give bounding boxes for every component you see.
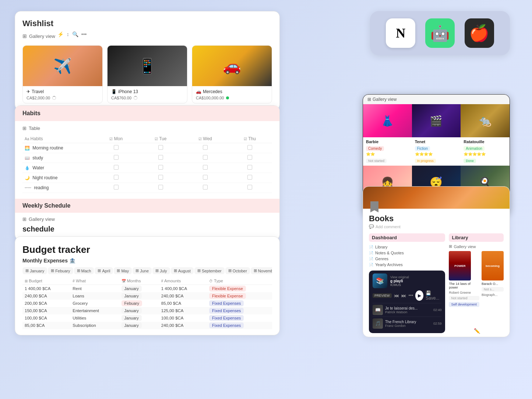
movie-card-ratatouille[interactable]: 🐀 Ratatouille Animation ⭐⭐⭐⭐⭐ Done	[461, 104, 510, 166]
checkbox[interactable]	[114, 155, 119, 160]
doc-icon: 📄	[369, 245, 373, 249]
movie-thumb-ratatouille: 🐀	[461, 104, 510, 137]
sidebar-link-genres[interactable]: 📄 Genres	[369, 256, 445, 262]
month-badge: January	[121, 315, 142, 321]
apple-logo[interactable]: 🍎	[465, 18, 494, 48]
movie-card-tenet[interactable]: 🎬 Tenet Fiction ⭐⭐⭐⭐ In progress	[412, 104, 461, 166]
status-tag-tenet: In progress	[415, 159, 436, 163]
save-btn[interactable]: 💾 Save...	[426, 290, 441, 301]
edit-icon[interactable]: ✏️	[474, 328, 480, 334]
song-item-2[interactable]: 🎵 The French Library Franz Gordon 02:59	[373, 317, 441, 330]
checkbox[interactable]	[203, 155, 208, 160]
doc-icon: 📄	[369, 257, 373, 261]
tab-mach[interactable]: ⊞Mach	[74, 267, 94, 274]
song-item-1[interactable]: 📖 Je te laisserai des... Patrick Watson …	[373, 303, 441, 317]
more-icon[interactable]: •••	[81, 31, 87, 37]
wish-card-mercedes[interactable]: 🚗 🚗Mercedes CA$100,000.00	[192, 45, 272, 103]
weekly-schedule-section: Weekly Schedule ⊞ Gallery view schedule	[22, 199, 272, 233]
checkbox[interactable]	[247, 175, 252, 180]
checkbox[interactable]	[158, 155, 163, 160]
tab-july[interactable]: ⊞July	[152, 267, 170, 274]
budget-col-amounts: # Amounts	[159, 277, 207, 285]
wish-card-name-mercedes: 🚗Mercedes	[196, 89, 268, 94]
player-playlist: g playli	[390, 279, 441, 283]
checkbox[interactable]	[247, 185, 252, 190]
month-badge: January	[121, 293, 142, 299]
checkbox[interactable]	[114, 145, 119, 150]
checkbox[interactable]	[158, 185, 163, 190]
books-comment[interactable]: 💬 Add comment	[369, 224, 504, 229]
notion-logo[interactable]: N	[386, 18, 415, 48]
schedule-label: schedule	[22, 225, 272, 233]
movies-top-bar: ⊞ Gallery view	[363, 95, 510, 104]
tab-january[interactable]: ⊞January	[22, 267, 47, 274]
wishlist-panel: Wishlist ⊞ Gallery view ⚡ ↕ 🔍 ••• ✈️ ✈Tr…	[15, 11, 280, 110]
tab-october[interactable]: ⊞October	[225, 267, 250, 274]
type-badge: Flexible Expense	[209, 293, 246, 299]
table-row: 85,00 $CA Subscription January 240,00 $C…	[22, 322, 272, 329]
budget-col-type: ⏱ Type	[207, 277, 272, 285]
wish-card-name-iphone: 📱iPhone 13	[111, 89, 183, 94]
status-tag: Not started	[449, 296, 479, 300]
player-subtitle: ICMUS	[390, 283, 441, 287]
more-btn[interactable]: •••	[409, 293, 413, 298]
month-badge: January	[121, 286, 142, 292]
filter-icon[interactable]: ⚡	[57, 31, 64, 37]
sidebar-link-archives[interactable]: 📄 Yearly Archives	[369, 262, 445, 268]
wish-card-travel[interactable]: ✈️ ✈Travel CA$2,000.00	[22, 45, 103, 103]
checkbox[interactable]	[114, 165, 119, 170]
stars-ratatouille: ⭐⭐⭐⭐⭐	[464, 152, 507, 156]
doc-icon: 📄	[369, 251, 373, 255]
habits-col-header-wed: ☑ Wed	[183, 135, 228, 143]
preview-btn[interactable]: PREVIEW	[373, 293, 392, 298]
wish-card-iphone[interactable]: 📱 📱iPhone 13 CA$760.00	[107, 45, 187, 103]
skip-back-btn[interactable]: ⏭	[401, 293, 406, 299]
checkbox[interactable]	[247, 155, 252, 160]
search-icon[interactable]: 🔍	[72, 31, 78, 37]
checkbox[interactable]	[203, 165, 208, 170]
table-row: 150,00 $CA Entertainment January 125,00 …	[22, 307, 272, 314]
checkbox[interactable]	[158, 145, 163, 150]
tab-september[interactable]: ⊞September	[194, 267, 225, 274]
sidebar-link-notes[interactable]: 📄 Notes & Quotes	[369, 250, 445, 256]
doc-icon: 📄	[369, 263, 373, 267]
month-badge: January	[121, 308, 142, 314]
checkbox[interactable]	[203, 185, 208, 190]
movie-card-barbie[interactable]: 👗 Barbie Comedy ⭐⭐ Not started	[363, 104, 412, 166]
budget-cell: 1 400,00 $CA	[22, 285, 70, 293]
tab-febuary[interactable]: ⊞Febuary	[48, 267, 73, 274]
checkbox[interactable]	[114, 185, 119, 190]
table-row: 🌅 Morning routine	[22, 143, 272, 153]
checkbox[interactable]	[114, 175, 119, 180]
table-row: 🌙 Night routine	[22, 173, 272, 183]
gallery-icon: ⊞	[367, 97, 371, 102]
checkbox[interactable]	[203, 175, 208, 180]
checkbox[interactable]	[158, 175, 163, 180]
grid-icon: ⊞	[22, 33, 27, 39]
tab-august[interactable]: ⊞August	[171, 267, 194, 274]
book-cover-becoming[interactable]: becoming	[482, 251, 504, 280]
player-app-name: View original	[390, 275, 441, 279]
checkbox[interactable]	[203, 145, 208, 150]
sort-icon[interactable]: ↕	[67, 31, 69, 37]
tab-may[interactable]: ⊞May	[114, 267, 132, 274]
android-logo[interactable]: 🤖	[425, 18, 455, 48]
play-btn[interactable]: ▶	[415, 290, 423, 301]
checkbox[interactable]	[158, 165, 163, 170]
tab-november[interactable]: ⊞November	[251, 267, 272, 274]
wish-card-price-iphone: CA$760.00	[111, 96, 183, 100]
sidebar-link-library[interactable]: 📄 Library	[369, 244, 445, 250]
tab-april[interactable]: ⊞April	[95, 267, 113, 274]
tab-june[interactable]: ⊞June	[133, 267, 152, 274]
books-library: Library ⊞ Gallery view POWER The 14 laws…	[449, 233, 504, 333]
status-tag-barbie: Not started	[366, 159, 387, 163]
song-thumb-1: 📖	[373, 305, 383, 315]
wish-card-img-mercedes: 🚗	[192, 46, 272, 86]
checkbox[interactable]	[247, 165, 252, 170]
checkbox[interactable]	[247, 145, 252, 150]
table-row: 📖 study	[22, 153, 272, 163]
habits-col-header-thu: ☑ Thu	[228, 135, 272, 143]
book-cover-power[interactable]: POWER	[449, 251, 471, 280]
habits-col-header-tue: ☑ Tue	[138, 135, 183, 143]
prev-btn[interactable]: ⏮	[394, 293, 399, 299]
